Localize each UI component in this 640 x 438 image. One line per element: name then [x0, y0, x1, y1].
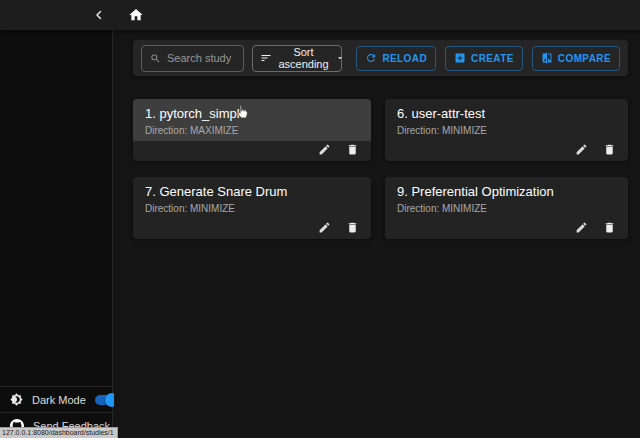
chevron-left-icon	[93, 9, 105, 21]
create-button[interactable]: CREATE	[445, 46, 523, 71]
compare-button[interactable]: COMPARE	[532, 46, 620, 71]
study-card-actions	[385, 141, 628, 161]
reload-button[interactable]: RELOAD	[356, 46, 436, 71]
study-card-actions	[133, 219, 371, 239]
study-title: 6. user-attr-test	[397, 106, 616, 122]
reload-label: RELOAD	[382, 53, 427, 64]
rename-study-button[interactable]	[318, 143, 331, 156]
study-card: 9. Preferential Optimization Direction: …	[385, 177, 628, 239]
study-direction: Direction: MINIMIZE	[145, 203, 359, 215]
edit-icon	[318, 143, 331, 156]
study-title: 7. Generate Snare Drum	[145, 184, 359, 200]
delete-study-button[interactable]	[346, 221, 359, 234]
optuna-dashboard-screen: Dark Mode Send Feedback	[0, 0, 640, 438]
rename-study-button[interactable]	[575, 221, 588, 234]
rename-study-button[interactable]	[575, 143, 588, 156]
home-icon	[128, 7, 144, 23]
delete-icon	[603, 221, 616, 234]
delete-icon	[346, 143, 359, 156]
study-direction: Direction: MINIMIZE	[397, 125, 616, 137]
rename-study-button[interactable]	[318, 221, 331, 234]
study-title: 1. pytorch_simple	[145, 106, 359, 122]
study-card-actions	[133, 141, 371, 161]
sort-icon	[260, 52, 272, 64]
study-card-actions	[385, 219, 628, 239]
delete-study-button[interactable]	[603, 221, 616, 234]
study-direction: Direction: MAXIMIZE	[145, 125, 359, 137]
study-card-link[interactable]: 7. Generate Snare Drum Direction: MINIMI…	[133, 177, 371, 219]
sort-dropdown-button[interactable]: Sort ascending	[252, 45, 342, 72]
add-box-icon	[454, 52, 466, 64]
status-bar-url-preview: 127.0.0.1:8080/dashboard/studies/1	[0, 427, 118, 438]
edit-icon	[318, 221, 331, 234]
refresh-icon	[365, 52, 377, 64]
study-title: 9. Preferential Optimization	[397, 184, 616, 200]
study-list-toolbar: Sort ascending RELOAD CREATE	[133, 40, 628, 76]
study-card: 1. pytorch_simple Direction: MAXIMIZE	[133, 99, 371, 161]
sort-label: Sort ascending	[278, 46, 328, 70]
delete-study-button[interactable]	[603, 143, 616, 156]
sidebar-drawer: Dark Mode Send Feedback	[0, 30, 113, 438]
home-button[interactable]	[126, 5, 146, 25]
edit-icon	[575, 221, 588, 234]
edit-icon	[575, 143, 588, 156]
study-card: 7. Generate Snare Drum Direction: MINIMI…	[133, 177, 371, 239]
arrow-drop-down-icon	[335, 53, 345, 63]
delete-icon	[346, 221, 359, 234]
study-card-link[interactable]: 1. pytorch_simple Direction: MAXIMIZE	[133, 99, 371, 141]
delete-icon	[603, 143, 616, 156]
study-card: 6. user-attr-test Direction: MINIMIZE	[385, 99, 628, 161]
study-card-link[interactable]: 6. user-attr-test Direction: MINIMIZE	[385, 99, 628, 141]
study-direction: Direction: MINIMIZE	[397, 203, 616, 215]
create-label: CREATE	[471, 53, 514, 64]
dark-mode-icon	[10, 393, 23, 406]
sidebar-item-dark-mode[interactable]: Dark Mode	[0, 386, 112, 412]
compare-label: COMPARE	[558, 53, 611, 64]
collapse-sidebar-button[interactable]	[90, 6, 108, 24]
top-app-bar	[0, 0, 640, 30]
dark-mode-label: Dark Mode	[32, 394, 86, 406]
search-field[interactable]	[141, 45, 244, 72]
study-card-grid: 1. pytorch_simple Direction: MAXIMIZE 6.…	[133, 99, 628, 239]
delete-study-button[interactable]	[346, 143, 359, 156]
search-input[interactable]	[167, 52, 235, 64]
compare-icon	[541, 52, 553, 64]
search-icon	[150, 53, 161, 64]
study-card-link[interactable]: 9. Preferential Optimization Direction: …	[385, 177, 628, 219]
main-content: Sort ascending RELOAD CREATE	[114, 30, 640, 438]
